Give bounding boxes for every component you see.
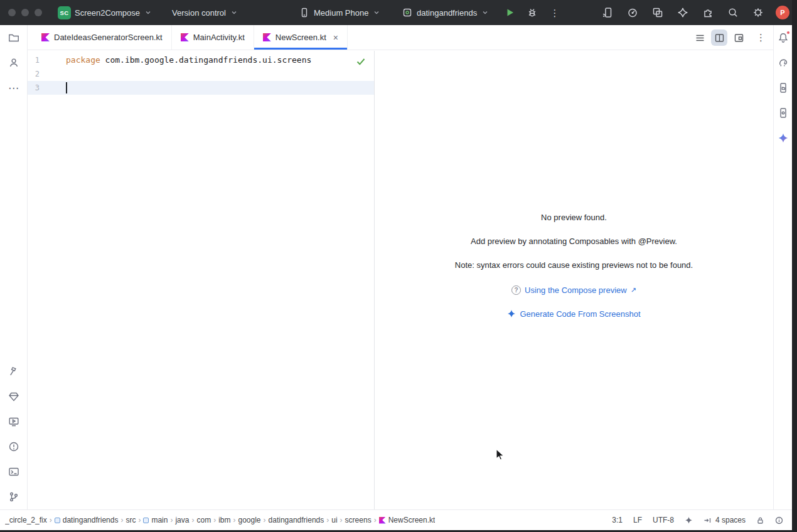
- version-control-widget[interactable]: Version control: [168, 4, 242, 21]
- device-explorer-icon: [777, 82, 789, 94]
- line-number[interactable]: 1: [28, 53, 53, 67]
- design-view-button[interactable]: [730, 29, 747, 46]
- plugins-button[interactable]: [700, 5, 715, 20]
- code-view-button[interactable]: [692, 29, 708, 46]
- editor-options-icon[interactable]: ⋮: [756, 32, 766, 43]
- device-manager-tool-button[interactable]: [774, 104, 792, 122]
- device-explorer-tool-button[interactable]: [774, 79, 792, 97]
- run-button[interactable]: [502, 5, 517, 20]
- settings-button[interactable]: [751, 5, 766, 20]
- user-avatar[interactable]: P: [776, 6, 789, 19]
- version-control-tool-button[interactable]: [5, 488, 23, 506]
- breadcrumb-item[interactable]: com: [196, 516, 211, 524]
- breadcrumb-item[interactable]: google: [238, 516, 260, 524]
- breadcrumb-item[interactable]: src: [126, 516, 136, 524]
- readonly-toggle[interactable]: [756, 516, 764, 524]
- compose-preview-help-link[interactable]: ? Using the Compose preview ↗: [375, 285, 773, 295]
- git-branch-icon: [8, 491, 20, 503]
- split-view-button[interactable]: [711, 29, 727, 46]
- debug-button[interactable]: [525, 5, 540, 20]
- sparkle-icon: [507, 309, 516, 318]
- code-text: [53, 67, 374, 81]
- line-number[interactable]: 3: [28, 81, 53, 95]
- inspections-widget[interactable]: [775, 516, 783, 524]
- device-streaming-icon: [601, 6, 614, 19]
- gemini-status-widget[interactable]: [685, 516, 693, 524]
- inspections-ok-icon[interactable]: [355, 56, 366, 67]
- folder-icon: [8, 31, 20, 44]
- notifications-button[interactable]: [774, 29, 792, 46]
- breadcrumb-item[interactable]: ibm: [218, 516, 230, 524]
- layout-inspector-button[interactable]: [650, 5, 665, 20]
- more-tool-windows-button[interactable]: ⋯: [5, 79, 23, 97]
- version-control-label: Version control: [172, 8, 226, 18]
- design-view-icon: [734, 33, 744, 43]
- ellipsis-icon: ⋯: [8, 83, 19, 93]
- breadcrumb-item[interactable]: main: [143, 516, 168, 524]
- project-widget[interactable]: SC Screen2Compose: [54, 4, 156, 21]
- gemini-button[interactable]: [675, 5, 690, 20]
- breadcrumb-item[interactable]: datingandfriends: [55, 516, 119, 524]
- external-link-icon: ↗: [631, 286, 636, 294]
- caret-position-widget[interactable]: 3:1: [612, 516, 623, 524]
- tab-newscreen[interactable]: NewScreen.kt ×: [254, 25, 348, 50]
- gradle-tool-button[interactable]: [774, 54, 792, 72]
- preview-message-1: No preview found.: [375, 213, 773, 222]
- layout-inspector-icon: [651, 6, 664, 19]
- breadcrumb-item[interactable]: NewScreen.kt: [379, 516, 436, 524]
- encoding-widget[interactable]: UTF-8: [653, 516, 674, 524]
- zoom-window-button[interactable]: [35, 9, 42, 16]
- editor-area: DateIdeasGeneratorScreen.kt MainActivity…: [28, 25, 773, 509]
- commit-tool-button[interactable]: [5, 54, 23, 72]
- breadcrumb-item[interactable]: _circle_2_fix: [5, 516, 47, 524]
- close-window-button[interactable]: [8, 9, 16, 16]
- line-number[interactable]: 2: [28, 67, 53, 81]
- terminal-tool-button[interactable]: [5, 463, 23, 481]
- code-line-current: 3: [28, 81, 374, 95]
- sparkle-icon: [685, 516, 693, 524]
- run-configuration-selector[interactable]: datingandfriends: [398, 4, 493, 21]
- code-text: package com.ibm.google.datingandfriends.…: [53, 53, 374, 67]
- notification-badge: [786, 31, 790, 35]
- gemini-tool-button[interactable]: [774, 129, 792, 147]
- help-link-label: Using the Compose preview: [525, 285, 627, 295]
- editor-tab-bar: DateIdeasGeneratorScreen.kt MainActivity…: [28, 25, 773, 50]
- tab-mainactivity[interactable]: MainActivity.kt: [172, 25, 254, 50]
- indent-label: 4 spaces: [715, 516, 746, 524]
- more-run-options-button[interactable]: ⋮: [547, 5, 562, 20]
- breadcrumb-separator-icon: ›: [191, 516, 194, 524]
- running-devices-tool-button[interactable]: [5, 413, 23, 430]
- titlebar-actions: P: [600, 5, 789, 20]
- title-bar: SC Screen2Compose Version control Medium…: [0, 0, 792, 25]
- close-tab-icon[interactable]: ×: [333, 33, 338, 43]
- tab-dateideasgeneratorscreen[interactable]: DateIdeasGeneratorScreen.kt: [33, 25, 172, 50]
- project-tool-button[interactable]: [5, 29, 23, 46]
- breadcrumb-item[interactable]: java: [175, 516, 189, 524]
- chevron-down-icon: [481, 8, 489, 17]
- breadcrumb-item[interactable]: datingandfriends: [269, 516, 324, 524]
- profiler-button[interactable]: [625, 5, 640, 20]
- breadcrumb-item[interactable]: screens: [345, 516, 372, 524]
- line-separator-widget[interactable]: LF: [633, 516, 642, 524]
- resource-manager-tool-button[interactable]: [5, 388, 23, 405]
- status-widgets: 3:1 LF UTF-8 4 spaces: [612, 516, 783, 524]
- code-view-icon: [695, 33, 705, 43]
- person-icon: [8, 56, 20, 69]
- device-streaming-button[interactable]: [600, 5, 615, 20]
- preview-message-3: Note: syntax errors could cause existing…: [375, 261, 773, 270]
- breadcrumb-separator-icon: ›: [340, 516, 343, 524]
- kebab-icon: ⋮: [550, 8, 560, 18]
- device-selector[interactable]: Medium Phone: [295, 4, 385, 21]
- search-button[interactable]: [725, 5, 741, 20]
- build-tool-button[interactable]: [5, 363, 23, 380]
- indent-widget[interactable]: 4 spaces: [703, 516, 746, 524]
- run-config-name: datingandfriends: [417, 8, 477, 18]
- generate-code-link[interactable]: Generate Code From Screenshot: [375, 309, 773, 319]
- code-editor[interactable]: 1 package com.ibm.google.datingandfriend…: [28, 51, 375, 509]
- minimize-window-button[interactable]: [21, 9, 29, 16]
- breadcrumb-item[interactable]: ui: [331, 516, 337, 524]
- gemini-sparkle-icon: [677, 6, 689, 19]
- plugins-icon: [702, 6, 714, 19]
- problems-tool-button[interactable]: [5, 438, 23, 455]
- indent-icon: [703, 516, 712, 524]
